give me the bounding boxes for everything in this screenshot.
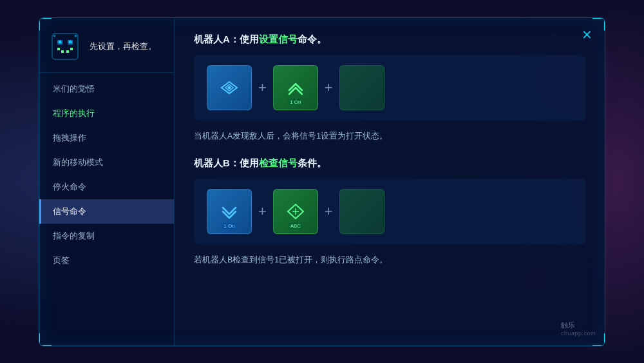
svg-rect-10 — [75, 35, 77, 37]
abc-tag: ABC — [289, 222, 303, 230]
svg-rect-8 — [70, 48, 73, 50]
cmd-block-empty-a — [339, 65, 384, 110]
signal-tag-a: 1 On — [288, 99, 303, 106]
dialog-content: 先设置，再检查。 米们的觉悟 程序的执行 拖拽操作 新的移动模式 停火命令 — [39, 18, 605, 346]
watermark-sub: chuapp.com — [561, 330, 596, 337]
watermark: 触乐 chuapp.com — [561, 320, 596, 337]
sidebar-item-move[interactable]: 新的移动模式 — [39, 150, 174, 175]
cmd-block-signal-a: 1 On — [273, 65, 318, 110]
main-dialog: ✕ — [39, 17, 605, 346]
robot-b-description: 若机器人B检查到信号1已被打开，则执行路点命令。 — [194, 253, 585, 267]
corner-tl — [39, 17, 52, 30]
nav-items: 米们的觉悟 程序的执行 拖拽操作 新的移动模式 停火命令 信号命令 — [39, 73, 174, 346]
robot-a-demo: + 1 On + — [194, 55, 585, 121]
cmd-block-abc: ABC — [273, 189, 318, 234]
robot-a-description: 当机器人A发现敌人后，会将信号1设置为打开状态。 — [194, 130, 585, 143]
sidebar-item-signal[interactable]: 信号命令 — [39, 199, 174, 224]
plus-2: + — [325, 79, 333, 96]
svg-rect-4 — [69, 41, 71, 43]
sidebar-item-execute[interactable]: 程序的执行 — [39, 101, 174, 126]
sidebar-item-drag[interactable]: 拖拽操作 — [39, 126, 174, 150]
svg-rect-7 — [66, 50, 69, 53]
plus-4: + — [325, 203, 333, 220]
cmd-block-signal-b: 1 On — [207, 189, 252, 234]
svg-rect-0 — [52, 34, 78, 59]
sidebar-item-page[interactable]: 页签 — [39, 248, 174, 273]
sidebar: 先设置，再检查。 米们的觉悟 程序的执行 拖拽操作 新的移动模式 停火命令 — [39, 18, 175, 346]
robot-slogan: 先设置，再检查。 — [90, 40, 156, 53]
cmd-block-eye — [207, 65, 252, 110]
svg-rect-6 — [61, 50, 64, 53]
close-button[interactable]: ✕ — [578, 26, 596, 44]
sidebar-item-stop[interactable]: 停火命令 — [39, 175, 174, 199]
robot-avatar — [48, 30, 82, 63]
main-content: 机器人A：使用设置信号命令。 — [175, 18, 605, 346]
sidebar-item-copy[interactable]: 指令的复制 — [39, 224, 174, 248]
signal-tag-b: 1 On — [222, 222, 236, 230]
robot-header: 先设置，再检查。 — [39, 18, 174, 73]
svg-rect-3 — [59, 41, 61, 43]
svg-rect-5 — [57, 48, 60, 50]
robot-b-title: 机器人B：使用检查信号条件。 — [194, 157, 585, 170]
svg-point-13 — [228, 86, 231, 89]
corner-bl — [39, 333, 52, 346]
plus-1: + — [258, 79, 267, 96]
watermark-main: 触乐 — [561, 320, 596, 330]
sidebar-item-zk[interactable]: 米们的觉悟 — [39, 77, 174, 101]
cmd-block-empty-b — [339, 189, 384, 234]
svg-rect-9 — [53, 35, 55, 37]
plus-3: + — [258, 203, 267, 220]
robot-a-title: 机器人A：使用设置信号命令。 — [194, 34, 585, 46]
robot-b-demo: 1 On + ABC + — [194, 179, 585, 244]
